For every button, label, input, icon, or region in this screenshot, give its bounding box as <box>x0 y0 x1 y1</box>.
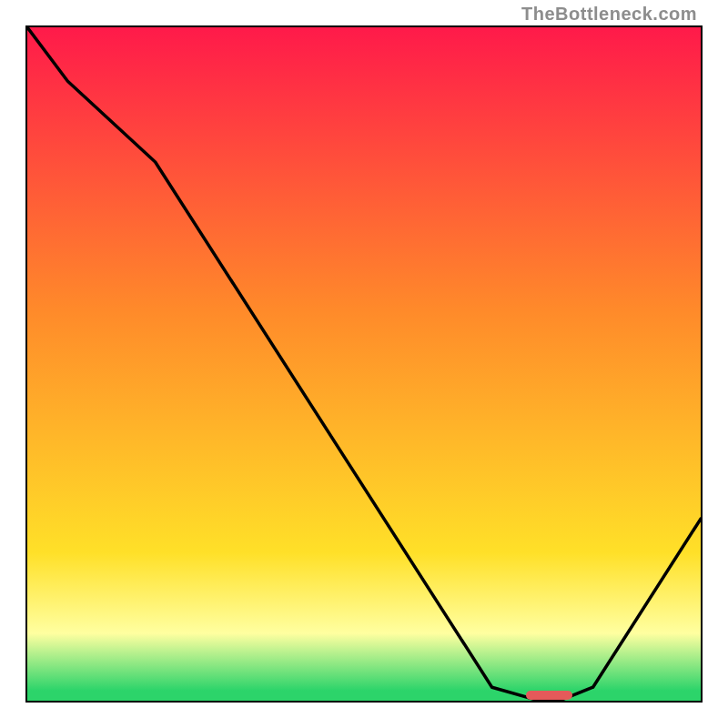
axis-frame <box>25 25 703 703</box>
watermark-text: TheBottleneck.com <box>521 4 697 25</box>
chart-container: TheBottleneck.com <box>0 0 728 728</box>
